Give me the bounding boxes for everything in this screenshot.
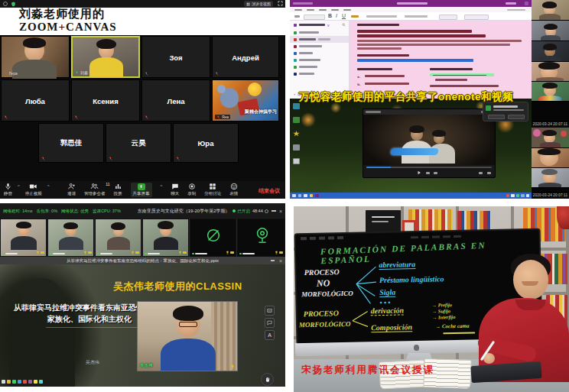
video-tile-lyuba[interactable]: Люба bbox=[1, 79, 70, 121]
more-tools[interactable] bbox=[39, 380, 43, 384]
participant-video[interactable] bbox=[532, 21, 569, 41]
tab-home[interactable] bbox=[307, 9, 314, 11]
tray-icon[interactable] bbox=[511, 194, 515, 198]
taskbar-app-icon[interactable] bbox=[310, 194, 314, 198]
video-tile-active-speaker[interactable]: 刘淼 bbox=[71, 36, 140, 78]
close-icon[interactable] bbox=[525, 2, 528, 5]
pen-tool[interactable] bbox=[7, 380, 11, 384]
start-button[interactable] bbox=[292, 194, 296, 198]
section-item[interactable] bbox=[290, 50, 349, 57]
hyperlink-line[interactable] bbox=[357, 59, 473, 62]
participant-video[interactable] bbox=[532, 168, 569, 188]
desktop-icon[interactable] bbox=[293, 117, 300, 123]
invite-button[interactable]: 邀请 bbox=[67, 183, 76, 196]
ppt-window-title-bar[interactable]: 从菲律宾马拉维冲突事件看东南亚恐怖组织的特点：家族化、国际化和主权化.pptx … bbox=[0, 257, 285, 264]
onenote-page[interactable]: ๑. ๒. bbox=[350, 21, 532, 99]
participant-video[interactable] bbox=[532, 128, 569, 148]
tab-insert[interactable] bbox=[319, 9, 327, 11]
chevron-up-icon[interactable]: ^ bbox=[161, 183, 163, 190]
chevron-up-icon[interactable]: ^ bbox=[18, 183, 20, 190]
eraser-tool[interactable] bbox=[23, 380, 27, 384]
chevron-down-icon[interactable]: v bbox=[327, 23, 330, 28]
section-item[interactable] bbox=[290, 57, 349, 63]
video-tile-cartoon[interactable]: 聚精会神搞学习 Яна bbox=[212, 79, 279, 121]
stop-icon[interactable] bbox=[434, 172, 437, 174]
taskbar-app-icon[interactable] bbox=[315, 194, 319, 198]
video-tile-guosijia[interactable]: 郭思佳 bbox=[38, 123, 104, 163]
speaker-view-button[interactable]: 演讲者视图 bbox=[244, 1, 273, 7]
end-meeting-button[interactable]: 结束会议 bbox=[258, 187, 280, 195]
desktop-icon[interactable] bbox=[293, 158, 300, 164]
manage-participants-button[interactable]: 11 管理参会者 bbox=[84, 183, 106, 196]
minimize-icon[interactable] bbox=[271, 260, 275, 261]
stop-video-button[interactable]: 停止视频 bbox=[25, 183, 42, 196]
classin-video-tile[interactable] bbox=[142, 219, 189, 257]
settings-icon[interactable] bbox=[265, 209, 268, 213]
share-screen-button[interactable]: 共享屏幕 bbox=[131, 183, 152, 197]
tags-dropdown[interactable] bbox=[464, 15, 489, 20]
minimize-icon[interactable] bbox=[506, 2, 516, 5]
tray-icon[interactable] bbox=[506, 194, 510, 198]
video-tile-zoya[interactable]: Зоя bbox=[141, 36, 210, 78]
tab-draw[interactable] bbox=[331, 9, 339, 11]
chat-icon[interactable] bbox=[265, 318, 275, 328]
polls-button[interactable]: 投票 bbox=[114, 183, 122, 196]
video-tile-gera[interactable]: Гера bbox=[1, 36, 70, 78]
italic-icon[interactable]: I bbox=[336, 13, 337, 18]
video-tile-yura[interactable]: Юра bbox=[173, 123, 239, 163]
undo-icon[interactable] bbox=[294, 15, 300, 18]
search-icon[interactable] bbox=[298, 194, 302, 198]
mute-button[interactable]: 静音 bbox=[4, 183, 12, 196]
underline-icon[interactable]: U bbox=[342, 13, 346, 18]
tab-view[interactable] bbox=[343, 9, 351, 11]
play-icon[interactable] bbox=[417, 170, 421, 175]
breakout-rooms-button[interactable]: 分组讨论 bbox=[204, 183, 221, 196]
tab-file[interactable] bbox=[294, 9, 302, 11]
classin-video-tile[interactable] bbox=[95, 219, 141, 257]
settings-icon[interactable] bbox=[3, 2, 8, 6]
volume-icon[interactable] bbox=[479, 172, 483, 174]
toast-button[interactable] bbox=[488, 115, 505, 119]
pause-icon[interactable] bbox=[426, 172, 430, 174]
reactions-button[interactable]: 表情 bbox=[229, 183, 238, 196]
classin-video-tile[interactable] bbox=[0, 219, 47, 257]
notebook-name-placeholder[interactable] bbox=[299, 24, 325, 26]
participant-video-off[interactable] bbox=[532, 102, 569, 121]
section-item[interactable] bbox=[290, 63, 349, 70]
bold-icon[interactable]: B bbox=[328, 13, 332, 18]
search-icon[interactable] bbox=[342, 23, 346, 27]
notification-toast[interactable] bbox=[483, 102, 528, 121]
raise-hand-button[interactable] bbox=[261, 373, 274, 386]
fullscreen-icon[interactable] bbox=[487, 172, 491, 174]
video-tile-andrey[interactable]: Андрей bbox=[212, 36, 279, 78]
teacher-video-window[interactable]: 吴杰伟 bbox=[137, 301, 238, 371]
tray-icon[interactable] bbox=[516, 194, 520, 198]
desktop-icon[interactable] bbox=[293, 144, 300, 151]
section-item[interactable] bbox=[290, 43, 349, 50]
close-icon[interactable]: × bbox=[279, 209, 282, 214]
section-item[interactable] bbox=[290, 29, 349, 36]
participant-video[interactable] bbox=[532, 0, 569, 21]
reward-tool[interactable] bbox=[34, 380, 37, 384]
section-item[interactable] bbox=[290, 70, 349, 77]
video-tile-yunhao[interactable]: 云昊 bbox=[106, 123, 171, 163]
text-tool-icon[interactable]: A bbox=[265, 330, 275, 340]
laser-tool[interactable] bbox=[28, 380, 32, 384]
section-item-selected[interactable] bbox=[290, 36, 349, 43]
video-player-window[interactable] bbox=[363, 109, 496, 178]
tray-icon[interactable] bbox=[521, 194, 525, 198]
classin-webcam-tile[interactable] bbox=[237, 219, 285, 257]
participant-video[interactable] bbox=[532, 62, 569, 82]
highlight-icon[interactable] bbox=[351, 15, 359, 18]
styles-dropdown[interactable] bbox=[439, 15, 457, 20]
chevron-up-icon[interactable]: ^ bbox=[47, 183, 50, 190]
participant-video[interactable] bbox=[532, 41, 569, 62]
toast-button[interactable] bbox=[508, 115, 525, 119]
taskbar-app-icon[interactable] bbox=[304, 194, 307, 198]
font-select[interactable] bbox=[304, 15, 325, 20]
minimize-icon[interactable] bbox=[271, 210, 276, 212]
video-tile-lena[interactable]: Лена bbox=[141, 79, 210, 121]
chat-button[interactable]: 聊天 bbox=[171, 183, 179, 196]
fullscreen-icon[interactable] bbox=[278, 1, 283, 6]
highlighter-tool[interactable] bbox=[12, 380, 16, 384]
